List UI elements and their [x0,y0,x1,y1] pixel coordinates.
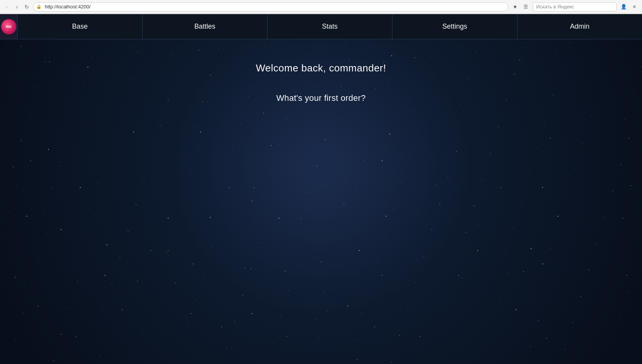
nav-item-settings[interactable]: Settings [392,14,517,39]
browser-actions: 👤 ≡ [619,2,639,11]
reload-button[interactable]: ↻ [23,3,31,11]
nav-item-admin[interactable]: Admin [517,14,642,39]
nav-bar: me Base Battles Stats Settings Admin [0,14,642,39]
nav-item-base[interactable]: Base [18,14,143,39]
search-bar[interactable]: Искать в Яндекс [533,2,617,11]
browser-chrome: ‹ › ↻ 🔒 http://localhost:4200/ ★ ☰ Искат… [0,0,642,14]
nav-item-battles[interactable]: Battles [143,14,268,39]
browser-right-icons: ★ ☰ [511,2,530,11]
app-container: me Base Battles Stats Settings Admin Wel… [0,14,642,364]
main-content: Welcome back, commander! What's your fir… [0,39,642,103]
profile-icon[interactable]: 👤 [619,2,628,11]
nav-items: Base Battles Stats Settings Admin [18,14,642,39]
browser-toolbar: ‹ › ↻ 🔒 http://localhost:4200/ ★ ☰ Искат… [0,0,642,14]
search-placeholder: Искать в Яндекс [536,4,574,10]
welcome-heading: Welcome back, commander! [256,62,386,74]
address-bar[interactable]: 🔒 http://localhost:4200/ [33,2,508,11]
back-button[interactable]: ‹ [3,3,11,11]
reader-icon[interactable]: ☰ [521,2,530,11]
logo-area: me [0,14,18,39]
logo: me [1,19,16,34]
forward-button[interactable]: › [13,3,21,11]
order-prompt: What's your first order? [276,93,366,103]
nav-item-stats[interactable]: Stats [268,14,392,39]
url-text: http://localhost:4200/ [45,4,91,10]
menu-icon[interactable]: ≡ [630,2,639,11]
lock-icon: 🔒 [36,4,42,9]
bookmark-star-icon[interactable]: ★ [511,2,520,11]
